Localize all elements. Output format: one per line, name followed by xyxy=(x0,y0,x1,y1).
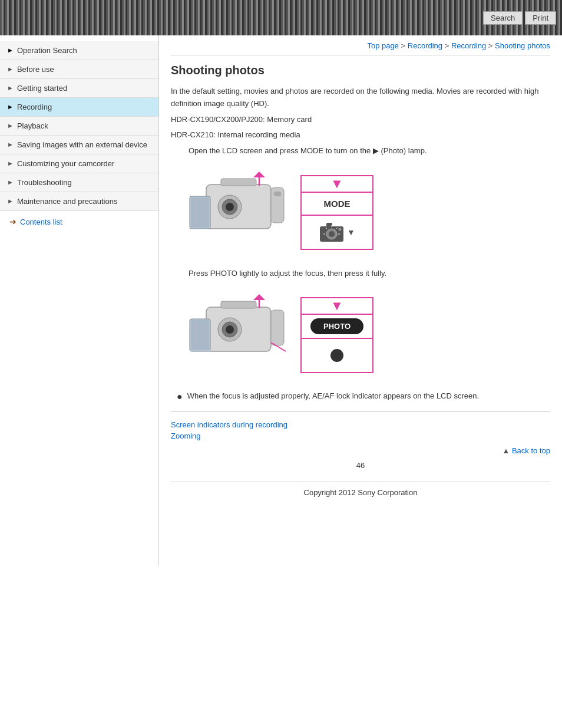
svg-rect-27 xyxy=(221,301,256,308)
breadcrumb-recording2[interactable]: Recording xyxy=(451,41,486,50)
model-line-2: HDR-CX210: Internal recording media xyxy=(171,129,550,141)
sidebar-item-label: Saving images with an external device xyxy=(17,140,147,149)
back-to-top[interactable]: ▲ Back to top xyxy=(171,446,550,455)
photo-button-label: PHOTO xyxy=(310,318,363,334)
contents-list-link[interactable]: ➔ Contents list xyxy=(0,211,158,232)
sidebar-item-customizing[interactable]: ► Customizing your camcorder xyxy=(0,154,158,173)
sidebar-item-label: Playback xyxy=(17,121,48,130)
arrow-icon: ► xyxy=(7,65,14,73)
camera-illustration-2 xyxy=(189,289,300,381)
shutter-indicator xyxy=(330,349,343,362)
mode-icon-box: ▼ xyxy=(302,215,372,249)
sidebar-item-label: Customizing your camcorder xyxy=(17,159,114,168)
sidebar-item-playback[interactable]: ► Playback xyxy=(0,117,158,136)
bullet-dot: ● xyxy=(177,390,183,403)
svg-rect-6 xyxy=(221,179,256,186)
arrow-icon: ► xyxy=(7,84,14,91)
page-number: 46 xyxy=(171,461,550,470)
photo-arrow-down: ▼ xyxy=(330,298,343,314)
sidebar: ► Operation Search ► Before use ► Gettin… xyxy=(0,35,159,566)
sidebar-item-label: Getting started xyxy=(17,84,67,93)
breadcrumb-shooting-photos[interactable]: Shooting photos xyxy=(495,41,550,50)
back-to-top-icon: ▲ xyxy=(502,446,511,455)
arrow-icon: ► xyxy=(7,47,14,54)
sidebar-item-label: Troubleshooting xyxy=(17,178,72,187)
photo-diagram: ▼ PHOTO xyxy=(189,289,550,381)
arrow-icon: ► xyxy=(7,179,14,186)
divider-bottom xyxy=(171,411,550,412)
sidebar-item-recording[interactable]: ► Recording xyxy=(0,98,158,117)
related-links: Screen indicators during recording Zoomi… xyxy=(171,420,550,440)
photo-indicator-box xyxy=(302,338,372,372)
svg-rect-28 xyxy=(271,310,284,345)
sidebar-item-troubleshooting[interactable]: ► Troubleshooting xyxy=(0,173,158,192)
sidebar-item-maintenance[interactable]: ► Maintenance and precautions xyxy=(0,192,158,211)
mode-panel: ▼ MODE xyxy=(300,175,373,250)
model-line-1: HDR-CX190/CX200/PJ200: Memory card xyxy=(171,114,550,126)
mode-button-label: MODE xyxy=(302,192,372,215)
contents-list-label: Contents list xyxy=(20,218,62,226)
step2-text: Press PHOTO lightly to adjust the focus,… xyxy=(189,268,550,280)
breadcrumb-recording1[interactable]: Recording xyxy=(408,41,442,50)
header: Search Print xyxy=(0,0,562,35)
mode-diagram: ▼ MODE xyxy=(189,167,550,258)
svg-point-3 xyxy=(226,203,234,211)
breadcrumb: Top page > Recording > Recording > Shoot… xyxy=(171,35,550,55)
related-link-screen-indicators[interactable]: Screen indicators during recording xyxy=(171,420,550,429)
svg-marker-29 xyxy=(253,294,265,300)
back-to-top-label: Back to top xyxy=(512,446,550,455)
svg-point-24 xyxy=(226,325,234,334)
intro-text: In the default setting, movies and photo… xyxy=(171,85,550,110)
main-layout: ► Operation Search ► Before use ► Gettin… xyxy=(0,35,562,566)
sidebar-item-label: Before use xyxy=(17,65,54,74)
copyright: Copyright 2012 Sony Corporation xyxy=(171,482,550,503)
bullet-text: When the focus is adjusted properly, AE/… xyxy=(187,390,479,403)
sidebar-item-label: Maintenance and precautions xyxy=(17,197,118,206)
bullet-item: ● When the focus is adjusted properly, A… xyxy=(177,390,550,403)
svg-rect-5 xyxy=(191,197,209,228)
svg-marker-9 xyxy=(253,172,265,177)
arrow-icon: ► xyxy=(7,122,14,129)
photo-button-box: PHOTO xyxy=(302,314,372,338)
arrow-icon: ► xyxy=(7,160,14,167)
breadcrumb-top[interactable]: Top page xyxy=(367,41,399,50)
svg-point-15 xyxy=(339,228,342,230)
page-title: Shooting photos xyxy=(171,64,550,77)
arrow-icon: ► xyxy=(7,103,14,110)
search-button[interactable]: Search xyxy=(483,11,523,25)
svg-rect-8 xyxy=(274,192,281,196)
content-area: Top page > Recording > Recording > Shoot… xyxy=(159,35,562,515)
sidebar-item-before-use[interactable]: ► Before use xyxy=(0,60,158,79)
sidebar-item-label: Recording xyxy=(17,103,52,111)
step1-text: Open the LCD screen and press MODE to tu… xyxy=(189,145,550,157)
arrow-icon: ► xyxy=(7,141,14,148)
sidebar-item-operation-search[interactable]: ► Operation Search xyxy=(0,41,158,60)
contents-list-arrow-icon: ➔ xyxy=(9,217,16,226)
related-link-zooming[interactable]: Zooming xyxy=(171,431,550,440)
arrow-icon: ► xyxy=(7,197,14,205)
camera-illustration-1 xyxy=(189,167,300,258)
print-button[interactable]: Print xyxy=(525,11,556,25)
photo-panel: ▼ PHOTO xyxy=(300,297,373,373)
sidebar-item-getting-started[interactable]: ► Getting started xyxy=(0,79,158,98)
mode-arrow-down: ▼ xyxy=(330,176,343,192)
sidebar-item-label: Operation Search xyxy=(17,46,77,55)
sidebar-item-saving-images[interactable]: ► Saving images with an external device xyxy=(0,136,158,154)
svg-rect-26 xyxy=(191,320,209,350)
svg-point-13 xyxy=(329,231,335,237)
camera-icon xyxy=(319,222,345,243)
